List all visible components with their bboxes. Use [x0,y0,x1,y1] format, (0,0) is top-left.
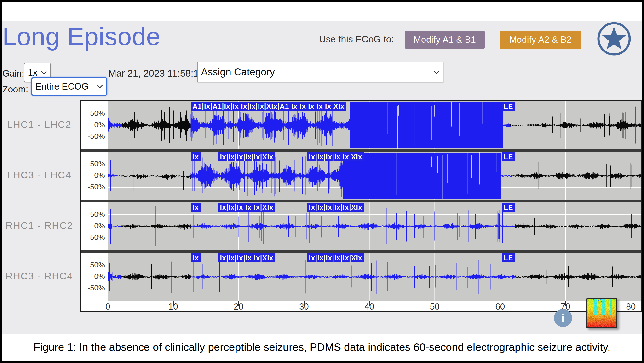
top-white-strip [2,2,642,21]
y-axis-label: 0% [81,171,105,180]
favorite-star-button[interactable] [596,21,632,56]
y-axis-label: -50% [81,233,105,242]
waveform-canvas [108,253,641,301]
figure-caption: Figure 1: In the absence of clinically p… [0,334,644,361]
channel-panel: 50%0%-50%IxIx|Ix|Ix|Ix|Ix|XIxIx|Ix|Ix|Ix… [81,152,641,200]
ecog-chart-container: 01020304050607080 50%0%-50%A1|Ix|A1|Ix|I… [80,100,642,313]
waveform-canvas [108,202,641,250]
frame-border-bottom [0,361,644,363]
app-window: Long Episode Use this ECoG to: Modify A1… [0,0,644,363]
channel-label-lhc1-lhc2: LHC1 - LHC2 [4,119,74,130]
channel-panel: 50%0%-50%A1|Ix|A1|Ix|Ix Ix|Ix|Ix|XIx|A1 … [81,101,641,149]
zoom-value: Entire ECOG [36,81,89,92]
detection-annotation-chip[interactable]: Ix [191,152,200,161]
y-axis-label: 50% [81,261,105,269]
detection-annotation-chip[interactable]: Ix [191,203,200,212]
detection-annotation-chip[interactable]: Ix|Ix|Ix|Ix|Ix|XIx [307,203,364,212]
y-axis-label: 50% [81,109,105,118]
frame-border-right [642,0,644,363]
panel-separator [81,200,641,202]
gain-value: 1x [28,67,38,78]
detection-annotation-chip[interactable]: A1|Ix|A1|Ix|Ix Ix|Ix|Ix|XIx|A1 Ix Ix Ix … [191,102,346,111]
channel-label-rhc3-rhc4: RHC3 - RHC4 [4,271,74,282]
zoom-select[interactable]: Entire ECOG [31,77,107,96]
x-axis-tick-label: 40 [359,302,380,312]
y-axis-label: -50% [81,132,105,141]
detection-annotation-chip[interactable]: Ix [191,253,200,262]
detection-annotation-chip[interactable]: Ix|Ix|Ix|Ix Ix|XIx [218,253,275,262]
detection-annotation-chip[interactable]: Ix|Ix|Ix|Ix Ix XIx [307,152,364,161]
x-axis-tick-label: 80 [620,302,642,312]
info-icon-glyph: i [562,312,565,325]
y-axis-label: -50% [81,284,105,292]
info-icon[interactable]: i [554,309,572,327]
x-axis-tick-label: 0 [97,302,118,312]
assign-category-value: Assign Category [201,66,275,78]
assign-category-select[interactable]: Assign Category [197,62,444,82]
y-axis-label: 0% [81,121,105,129]
channel-panel: 50%0%-50%IxIx|Ix|Ix|Ix Ix|XIxIx|Ix|Ix|Ix… [81,253,641,301]
x-axis-tick-label: 60 [489,302,511,312]
modify-a1-b1-button[interactable]: Modify A1 & B1 [405,31,485,49]
waveform-plot[interactable]: A1|Ix|A1|Ix|Ix Ix|Ix|Ix|XIx|A1 Ix Ix Ix … [108,101,641,149]
detection-annotation-chip[interactable]: Ix|Ix|Ix Ix Ix|XIx [218,203,275,212]
long-episode-marker-chip[interactable]: LE [502,203,515,212]
x-axis-band: 01020304050607080 [81,301,641,311]
chevron-down-icon [97,84,103,88]
use-this-ecog-label: Use this ECoG to: [319,34,394,44]
y-axis-label: 0% [81,272,105,281]
long-episode-marker-chip[interactable]: LE [502,253,515,262]
chevron-down-icon [41,71,47,74]
page-title: Long Episode [2,22,160,51]
waveform-canvas [108,101,641,149]
panel-separator [81,250,641,253]
y-axis-label: 50% [81,160,105,168]
modify-a2-b2-button[interactable]: Modify A2 & B2 [500,31,582,49]
x-axis-tick-label: 10 [162,302,184,312]
detection-annotation-chip[interactable]: Ix|Ix|Ix|Ix|Ix|XIx [218,152,275,161]
modify-a1-b1-label: Modify A1 & B1 [414,35,476,45]
y-axis-label: -50% [81,183,105,191]
y-axis-label: 0% [81,222,105,230]
spectrogram-thumbnail[interactable] [586,298,618,328]
spectrogram-image [588,299,616,327]
gain-label: Gain: [2,68,24,79]
y-axis-label: 50% [81,210,105,219]
modify-a2-b2-label: Modify A2 & B2 [509,35,572,45]
zoom-label: Zoom: [2,84,28,95]
channel-label-rhc1-rhc2: RHC1 - RHC2 [4,220,74,231]
x-axis-tick-label: 20 [228,302,250,312]
star-in-circle-icon [596,21,632,56]
chevron-down-icon [433,70,440,74]
channel-label-lhc3-lhc4: LHC3 - LHC4 [4,170,74,181]
frame-border-left [0,0,2,363]
panel-separator [81,149,641,152]
episode-timestamp: Mar 21, 2023 11:58:10 [108,68,204,79]
long-episode-marker-chip[interactable]: LE [502,152,515,161]
detection-annotation-chip[interactable]: Ix|Ix|Ix|Ix|Ix|XIx [307,253,364,262]
waveform-plot[interactable]: IxIx|Ix|Ix Ix Ix|XIxIx|Ix|Ix|Ix|Ix|XIxLE [108,202,641,250]
long-episode-marker-chip[interactable]: LE [502,102,515,111]
x-axis-tick-label: 30 [293,302,315,312]
waveform-plot[interactable]: IxIx|Ix|Ix|Ix Ix|XIxIx|Ix|Ix|Ix|Ix|XIxLE [108,253,641,301]
ecog-chart-area: 01020304050607080 50%0%-50%A1|Ix|A1|Ix|I… [0,100,644,316]
channel-panel: 50%0%-50%IxIx|Ix|Ix Ix Ix|XIxIx|Ix|Ix|Ix… [81,202,641,250]
waveform-plot[interactable]: IxIx|Ix|Ix|Ix|Ix|XIxIx|Ix|Ix|Ix Ix XIxLE [108,152,641,200]
waveform-canvas [108,152,641,200]
frame-border-top [0,0,644,2]
x-axis-tick-label: 50 [424,302,446,312]
